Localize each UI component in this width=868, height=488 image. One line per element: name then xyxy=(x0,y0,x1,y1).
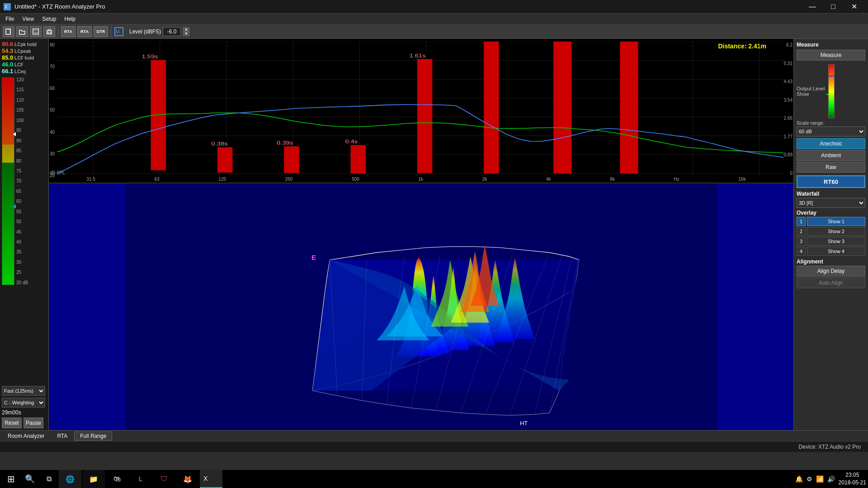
pause-button[interactable]: Pause xyxy=(24,418,43,428)
time-display: 23:05 xyxy=(839,471,866,479)
start-button[interactable]: ⊞ xyxy=(2,470,20,488)
menu-help[interactable]: Help xyxy=(61,15,80,23)
reset-button[interactable]: Reset xyxy=(2,418,22,428)
scale-90: 90 xyxy=(16,138,32,143)
firefox-button[interactable]: 🦊 xyxy=(176,470,199,488)
measure-button[interactable]: Measure xyxy=(797,50,865,61)
task-view-button[interactable]: ⧉ xyxy=(40,470,58,488)
svg-text:0.39s: 0.39s xyxy=(277,140,293,146)
libreoffice-button[interactable]: L xyxy=(129,470,152,488)
output-text: Output Level xyxy=(797,86,825,91)
overlay-row-4: 4 Show 4 xyxy=(797,247,865,256)
antivirus-button[interactable]: 🛡 xyxy=(153,470,175,488)
tab-room-analyzer[interactable]: Room Analyzer xyxy=(2,432,50,441)
waterfall-select[interactable]: 3D [R] 3D [L] 2D xyxy=(797,198,865,208)
timer-display: 29m00s xyxy=(2,409,47,416)
level-indicator-blue xyxy=(829,75,834,77)
svg-text:4.99s: 4.99s xyxy=(613,42,629,43)
show-2-button[interactable]: Show 2 xyxy=(807,227,865,236)
file-explorer-button[interactable]: 📁 xyxy=(82,470,105,488)
chart-svg: 1.59s 0.38s 0.39s 0.4s 1.61s 3.53s 5.58s xyxy=(57,42,783,175)
lcpeak-value: 54.3 xyxy=(2,47,13,54)
lcf-label: LCF xyxy=(13,62,23,67)
x-axis-labels: 31.5631252505001k2k4k8kHz16k xyxy=(57,177,775,182)
toolbar-sep-1 xyxy=(58,27,58,37)
measure-section: Measure Measure xyxy=(797,42,865,62)
ambient-button[interactable]: Ambient xyxy=(797,150,865,161)
menu-setup[interactable]: Setup xyxy=(38,15,60,23)
rt60-button[interactable]: RT60 xyxy=(797,175,865,188)
level-spinner[interactable]: ▲ ▼ xyxy=(183,27,189,36)
tab-rta[interactable]: RTA xyxy=(51,432,73,441)
overlay-num-4: 4 xyxy=(797,247,806,256)
tab-full-range[interactable]: Full Range xyxy=(74,432,112,441)
scale-120: 120 xyxy=(16,77,32,82)
lceq-reading: 66.1 LCeq xyxy=(2,68,47,75)
taskbar-right: 🔔 ⚙ 📶 🔊 23:05 2018-05-21 xyxy=(795,471,866,487)
left-panel: 90.6 LCpk hold 54.3 LCpeak 85.0 LCF hold… xyxy=(0,39,49,430)
app-title: Untitled* - XTZ Room Analyzer Pro xyxy=(14,3,105,10)
scale-45: 45 xyxy=(16,230,32,235)
show-text: Show xyxy=(797,91,825,97)
level-input[interactable] xyxy=(163,27,181,36)
anechoic-button[interactable]: Anechoic xyxy=(797,138,865,149)
weighting-select[interactable]: C - Weighting A - Weighting Z - Weightin… xyxy=(2,398,45,408)
show-3-button[interactable]: Show 3 xyxy=(807,237,865,246)
overlay-row-1: 1 Show 1 xyxy=(797,217,865,226)
lcf-hold-reading: 85.0 LCF hold xyxy=(2,54,47,61)
svg-rect-4 xyxy=(34,32,38,34)
alignment-section: Alignment Align Delay Auto Align xyxy=(797,258,865,288)
xtz-icon: X xyxy=(203,475,208,482)
svg-rect-36 xyxy=(350,145,365,174)
xtz-app-button[interactable]: X xyxy=(200,470,222,488)
align-delay-button[interactable]: Align Delay xyxy=(797,266,865,277)
scale-range-label: Scale range: xyxy=(797,120,865,126)
toolbar: RTA RTA DTR M Level (dBFS) ▲ ▼ xyxy=(0,24,868,39)
rta-button[interactable]: RTA xyxy=(61,26,75,37)
waterfall-svg: E xyxy=(49,183,793,430)
print-button[interactable] xyxy=(43,26,55,37)
save-button[interactable] xyxy=(30,26,42,37)
lcpk-hold-reading: 90.6 LCpk hold xyxy=(2,41,47,47)
scale-85: 85 xyxy=(16,148,32,153)
minimize-button[interactable]: — xyxy=(802,0,823,14)
open-button[interactable] xyxy=(16,26,28,37)
maximize-button[interactable]: □ xyxy=(823,0,844,14)
taskbar: ⊞ 🔍 ⧉ 🌐 📁 🛍 L 🛡 🦊 X 🔔 ⚙ 📶 🔊 23:05 2018-0… xyxy=(0,470,868,488)
toolbar-sep-2 xyxy=(111,27,111,37)
level-up-button[interactable]: ▲ xyxy=(183,27,189,32)
level-down-button[interactable]: ▼ xyxy=(183,32,189,36)
tabs-bar: Room Analyzer RTA Full Range xyxy=(0,430,868,441)
taskbar-left: ⊞ 🔍 ⧉ 🌐 📁 🛍 L 🛡 🦊 X xyxy=(2,470,222,488)
menu-view[interactable]: View xyxy=(19,15,38,23)
scale-100: 100 xyxy=(16,118,32,123)
new-button[interactable] xyxy=(3,26,14,37)
center-area: Distance: 2.41m 80706050403020 dB·SPL 6.… xyxy=(49,39,793,430)
lcf-hold-value: 85.0 xyxy=(2,54,13,61)
rta2-button[interactable]: RTA xyxy=(77,26,92,37)
auto-align-button[interactable]: Auto Align xyxy=(797,277,865,288)
dtr-button[interactable]: DTR xyxy=(94,26,108,37)
speed-select[interactable]: Fast (125ms) Slow (1s) xyxy=(2,386,45,396)
store-button[interactable]: 🛍 xyxy=(106,470,128,488)
settings-icon[interactable]: ⚙ xyxy=(807,475,812,483)
scale-50: 50 xyxy=(16,219,32,224)
overlay-num-3: 3 xyxy=(797,237,806,246)
measure-section-title: Measure xyxy=(797,42,865,48)
overlay-label: Overlay xyxy=(797,210,865,216)
show-1-button[interactable]: Show 1 xyxy=(807,217,865,226)
search-button[interactable]: 🔍 xyxy=(21,470,39,488)
menu-file[interactable]: File xyxy=(2,15,18,23)
show-4-button[interactable]: Show 4 xyxy=(807,247,865,256)
close-button[interactable]: ✕ xyxy=(844,0,864,14)
svg-rect-32 xyxy=(217,147,232,173)
notification-button[interactable]: 🔔 xyxy=(795,475,803,483)
chart-bottom: E xyxy=(49,183,793,430)
raw-button[interactable]: Raw xyxy=(797,162,865,173)
svg-text:M: M xyxy=(116,29,119,34)
scale-30: 30 xyxy=(16,260,32,265)
scale-range-select[interactable]: 60 dB 30 dB 90 dB xyxy=(797,127,865,136)
edge-button[interactable]: 🌐 xyxy=(59,470,81,488)
volume-icon: 🔊 xyxy=(827,475,835,483)
alignment-label: Alignment xyxy=(797,258,865,265)
